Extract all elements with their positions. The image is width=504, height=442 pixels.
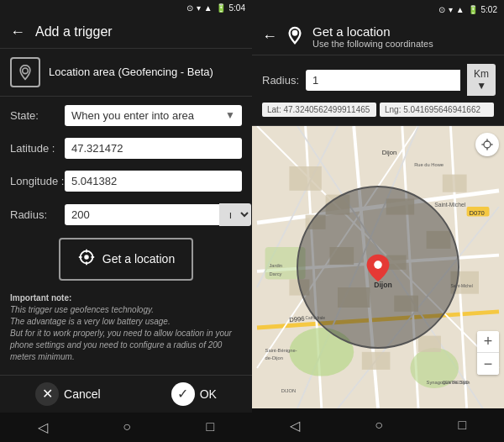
right-battery-icon: 🔋 bbox=[468, 5, 478, 14]
get-location-label: Get a location bbox=[102, 252, 175, 266]
radius-unit-select[interactable]: m Km bbox=[219, 203, 251, 226]
left-status-bar: ⊙ ▾ ▲ 🔋 5:04 bbox=[0, 0, 252, 16]
signal-strength-icon: ▲ bbox=[204, 3, 213, 13]
svg-point-56 bbox=[374, 260, 382, 269]
back-button[interactable]: ← bbox=[10, 24, 25, 41]
svg-text:Darcy: Darcy bbox=[269, 271, 281, 276]
zoom-controls: + − bbox=[477, 331, 499, 375]
longitude-label: Longitude : bbox=[10, 175, 65, 187]
important-note-body: This trigger use geofences technology.Th… bbox=[10, 305, 232, 361]
form-section: State: When you enter into area ▼ Latitu… bbox=[0, 97, 252, 375]
right-radius-unit-btn[interactable]: Km ▼ bbox=[467, 64, 496, 96]
right-radius-row: Radius: Km ▼ bbox=[262, 64, 494, 96]
svg-text:de-Dijon: de-Dijon bbox=[265, 355, 283, 360]
right-panel: ⊙ ▾ ▲ 🔋 5:02 ← Get a location Use the fo… bbox=[252, 0, 504, 442]
battery-icon: 🔋 bbox=[216, 3, 226, 13]
right-radius-input[interactable] bbox=[306, 70, 460, 91]
dropdown-arrow-icon: ▼ bbox=[225, 109, 235, 121]
my-location-button[interactable] bbox=[475, 133, 499, 156]
svg-text:CENTRE SUD: CENTRE SUD bbox=[443, 381, 470, 385]
svg-point-7 bbox=[293, 30, 297, 34]
latitude-label: Latitude : bbox=[10, 142, 65, 155]
svg-text:D070: D070 bbox=[469, 209, 484, 217]
svg-rect-33 bbox=[443, 175, 467, 192]
cancel-label: Cancel bbox=[64, 387, 101, 401]
radius-input[interactable] bbox=[65, 204, 219, 225]
svg-point-2 bbox=[85, 255, 88, 259]
page-title: Add a trigger bbox=[35, 24, 113, 39]
svg-text:D996: D996 bbox=[289, 315, 305, 324]
svg-text:Saint-Michel: Saint-Michel bbox=[434, 202, 465, 208]
svg-point-0 bbox=[23, 68, 29, 74]
right-sub-title: Use the following coordinates bbox=[312, 39, 433, 49]
longitude-row: Longitude : bbox=[10, 171, 242, 192]
right-back-button[interactable]: ← bbox=[262, 28, 277, 45]
latitude-row: Latitude : bbox=[10, 138, 242, 159]
zoom-in-button[interactable]: + bbox=[477, 331, 499, 353]
svg-text:Jardin: Jardin bbox=[269, 263, 282, 268]
right-header: ← Get a location Use the following coord… bbox=[252, 18, 504, 55]
radius-row: Radius: m Km bbox=[10, 203, 242, 226]
coords-row: Lat: 47.3240562499911465 Lng: 5.04169564… bbox=[262, 103, 494, 117]
left-panel: ⊙ ▾ ▲ 🔋 5:04 ← Add a trigger Location ar… bbox=[0, 0, 252, 442]
cancel-button[interactable]: ✕ Cancel bbox=[18, 376, 118, 413]
radius-label: Radius: bbox=[10, 208, 65, 221]
nav-recents-button[interactable]: □ bbox=[193, 414, 228, 439]
nav-back-button[interactable]: ◁ bbox=[24, 414, 61, 440]
svg-text:Saint-Bénigne-: Saint-Bénigne- bbox=[265, 348, 297, 353]
target-icon bbox=[77, 248, 96, 271]
right-radius-label: Radius: bbox=[262, 74, 299, 87]
map-container[interactable]: D996 Dijon Saint-Michel Jardin Darcy Sai… bbox=[252, 126, 504, 408]
right-status-bar: ⊙ ▾ ▲ 🔋 5:02 bbox=[252, 0, 504, 18]
trigger-type-label: Location area (Geofencing - Beta) bbox=[49, 66, 213, 78]
coordinates-section: Radius: Km ▼ Lat: 47.3240562499911465 Ln… bbox=[252, 55, 504, 126]
ok-button[interactable]: ✓ OK bbox=[155, 376, 234, 413]
cancel-icon: ✕ bbox=[35, 382, 59, 406]
lat-coord: Lat: 47.3240562499911465 bbox=[262, 103, 376, 117]
right-page-title: Get a location bbox=[312, 24, 433, 39]
right-nav-bar: ◁ ○ □ bbox=[252, 408, 504, 442]
svg-text:Rue du Howe: Rue du Howe bbox=[414, 162, 444, 167]
right-header-icon bbox=[286, 26, 304, 48]
important-note-title: Important note: bbox=[10, 293, 71, 303]
important-note: Important note: This trigger use geofenc… bbox=[10, 289, 242, 366]
svg-rect-35 bbox=[418, 336, 441, 352]
wifi-icon: ▾ bbox=[197, 3, 201, 13]
right-nav-back-button[interactable]: ◁ bbox=[276, 413, 313, 439]
right-nav-recents-button[interactable]: □ bbox=[445, 413, 480, 438]
signal-icon: ⊙ bbox=[186, 3, 193, 13]
location-trigger-icon bbox=[10, 57, 40, 87]
right-signal-icon: ⊙ bbox=[438, 5, 445, 14]
longitude-input[interactable] bbox=[65, 171, 242, 192]
ok-icon: ✓ bbox=[171, 382, 195, 406]
right-signal-strength-icon: ▲ bbox=[456, 5, 465, 14]
left-time: 5:04 bbox=[229, 3, 245, 13]
state-value: When you enter into area bbox=[71, 109, 225, 122]
state-label: State: bbox=[10, 109, 65, 122]
svg-text:Dijon: Dijon bbox=[382, 149, 396, 156]
action-bar: ✕ Cancel ✓ OK bbox=[0, 375, 252, 413]
svg-point-57 bbox=[484, 141, 491, 148]
right-time: 5:02 bbox=[481, 5, 497, 14]
svg-rect-34 bbox=[362, 352, 391, 370]
get-location-button[interactable]: Get a location bbox=[59, 238, 193, 281]
state-select[interactable]: When you enter into area ▼ bbox=[65, 105, 242, 126]
zoom-out-button[interactable]: − bbox=[477, 353, 499, 375]
left-nav-bar: ◁ ○ □ bbox=[0, 413, 252, 442]
ok-label: OK bbox=[200, 387, 217, 401]
state-row: State: When you enter into area ▼ bbox=[10, 105, 242, 126]
left-header: ← Add a trigger bbox=[0, 16, 252, 49]
svg-text:DIJON: DIJON bbox=[281, 388, 296, 393]
svg-rect-36 bbox=[289, 166, 321, 191]
lng-coord: Lng: 5.041695646941662 bbox=[380, 103, 494, 117]
latitude-input[interactable] bbox=[65, 138, 242, 159]
trigger-type-row: Location area (Geofencing - Beta) bbox=[0, 49, 252, 97]
right-nav-home-button[interactable]: ○ bbox=[361, 413, 396, 438]
right-wifi-icon: ▾ bbox=[449, 5, 453, 14]
nav-home-button[interactable]: ○ bbox=[109, 414, 144, 439]
right-radius-unit-label: Km bbox=[474, 68, 489, 80]
